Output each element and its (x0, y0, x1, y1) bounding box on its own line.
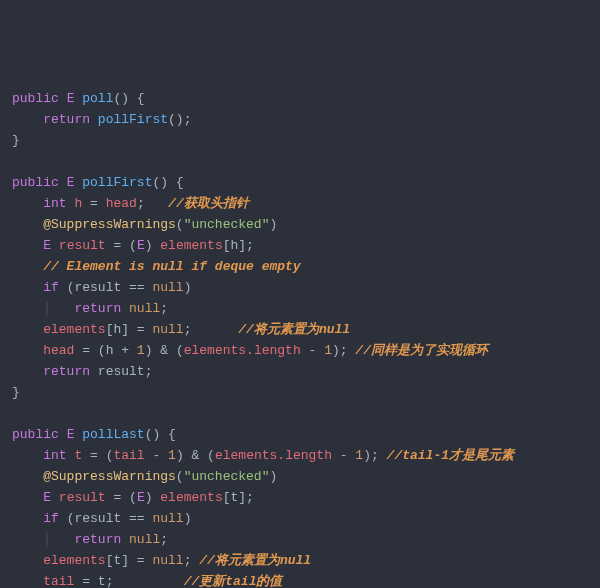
literal-null: null (152, 280, 183, 295)
call: pollFirst (98, 112, 168, 127)
indent-guide: │ (43, 301, 74, 316)
punct: ) (145, 490, 161, 505)
field-elements: elements (43, 322, 105, 337)
comment: //同样是为了实现循环 (355, 343, 488, 358)
punct: [h] = (106, 322, 153, 337)
punct: ( (176, 469, 184, 484)
indent-guide: │ (43, 532, 74, 547)
punct: [h]; (223, 238, 254, 253)
punct: result; (90, 364, 152, 379)
punct: ( (176, 217, 184, 232)
number: 1 (168, 448, 176, 463)
punct: = (h + (74, 343, 136, 358)
literal-null: null (152, 322, 183, 337)
annotation: @SuppressWarnings (43, 469, 176, 484)
punct: - (332, 448, 355, 463)
keyword-return: return (43, 364, 90, 379)
punct: ) & ( (145, 343, 184, 358)
punct: [t] = (106, 553, 153, 568)
comment: //将元素置为null (238, 322, 350, 337)
literal-null: null (129, 532, 160, 547)
type-E: E (43, 490, 51, 505)
field-elements: elements (160, 490, 222, 505)
punct: ) (269, 217, 277, 232)
keyword-int: int (43, 448, 66, 463)
keyword-public: public (12, 91, 59, 106)
type-E: E (67, 427, 75, 442)
comment: //将元素置为null (199, 553, 311, 568)
punct: - (145, 448, 168, 463)
punct: ; (160, 532, 168, 547)
type-E: E (137, 238, 145, 253)
method-name: pollLast (82, 427, 144, 442)
punct: ) & ( (176, 448, 215, 463)
punct: ; (160, 301, 168, 316)
string: "unchecked" (184, 217, 270, 232)
type-E: E (43, 238, 51, 253)
literal-null: null (129, 301, 160, 316)
punct: ; (137, 196, 168, 211)
brace-close: } (12, 133, 20, 148)
method-name: poll (82, 91, 113, 106)
comment: //tail-1才是尾元素 (387, 448, 514, 463)
comment: //获取头指针 (168, 196, 249, 211)
type-E: E (67, 91, 75, 106)
number: 1 (324, 343, 332, 358)
type-E: E (67, 175, 75, 190)
string: "unchecked" (184, 469, 270, 484)
keyword-if: if (43, 280, 59, 295)
punct: = ( (106, 238, 137, 253)
punct: [t]; (223, 490, 254, 505)
comment: // Element is null if deque empty (43, 259, 300, 274)
punct: = ( (82, 448, 113, 463)
punct: ) (145, 238, 161, 253)
field-elements: elements (160, 238, 222, 253)
punct: ; (184, 553, 200, 568)
punct: () { (113, 91, 144, 106)
annotation: @SuppressWarnings (43, 217, 176, 232)
var-result: result (59, 238, 106, 253)
code-block: public E poll() { return pollFirst(); } … (12, 88, 588, 588)
comment: //更新tail的值 (184, 574, 283, 588)
keyword-public: public (12, 427, 59, 442)
punct: = t; (74, 574, 183, 588)
punct: ) (184, 280, 192, 295)
punct: () { (145, 427, 176, 442)
field-elements: elements (184, 343, 246, 358)
field-elements: elements (43, 553, 105, 568)
keyword-return: return (43, 112, 90, 127)
punct: ; (184, 322, 239, 337)
number: 1 (355, 448, 363, 463)
keyword-return: return (74, 301, 121, 316)
punct: ); (332, 343, 355, 358)
punct: ) (269, 469, 277, 484)
field-tail: tail (113, 448, 144, 463)
punct: (); (168, 112, 191, 127)
type-E: E (137, 490, 145, 505)
keyword-int: int (43, 196, 66, 211)
punct: (result == (59, 280, 153, 295)
length: .length (246, 343, 301, 358)
keyword-if: if (43, 511, 59, 526)
literal-null: null (152, 553, 183, 568)
punct: ) (184, 511, 192, 526)
field-head: head (106, 196, 137, 211)
brace-close: } (12, 385, 20, 400)
punct: (result == (59, 511, 153, 526)
punct: = (82, 196, 105, 211)
literal-null: null (152, 511, 183, 526)
field-elements: elements (215, 448, 277, 463)
field-tail: tail (43, 574, 74, 588)
punct: () { (152, 175, 183, 190)
number: 1 (137, 343, 145, 358)
keyword-public: public (12, 175, 59, 190)
field-head: head (43, 343, 74, 358)
length: .length (277, 448, 332, 463)
punct: - (301, 343, 324, 358)
method-name: pollFirst (82, 175, 152, 190)
punct: ); (363, 448, 386, 463)
var-result: result (59, 490, 106, 505)
keyword-return: return (74, 532, 121, 547)
punct: = ( (106, 490, 137, 505)
